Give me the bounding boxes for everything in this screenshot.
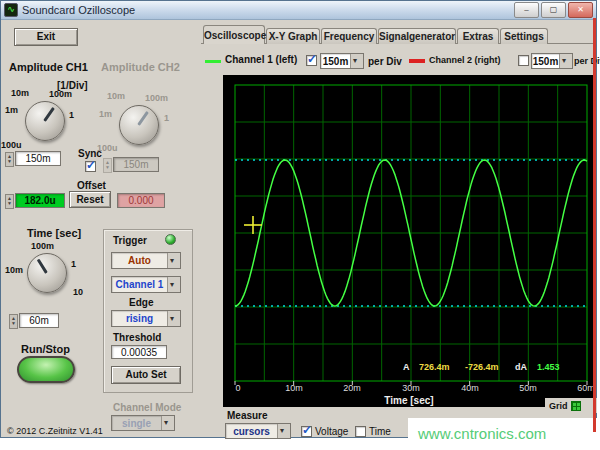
screenshot: Soundcard Ozilloscope – ▢ ✕ Exit Amplitu… <box>0 0 600 450</box>
time-spinner[interactable] <box>9 314 18 329</box>
channel2-color-swatch <box>409 59 425 63</box>
offset-ch1-value[interactable]: 182.0u <box>15 193 65 208</box>
time-knob[interactable] <box>27 253 67 293</box>
ch2-amplitude-value: 150m <box>113 157 159 172</box>
cursor-da-label: dA <box>515 362 527 372</box>
ch1-amplitude-spinner[interactable] <box>5 152 14 167</box>
window-title: Soundcard Ozilloscope <box>22 4 514 16</box>
trigger-title: Trigger <box>113 235 147 246</box>
tab-extras[interactable]: Extras <box>457 28 499 44</box>
channel2-label: Channel 2 (right) <box>429 55 501 65</box>
ch1-amplitude-value[interactable]: 150m <box>15 151 61 166</box>
cursor-a1-value: 726.4m <box>419 362 450 372</box>
ch2-scale-10m: 10m <box>107 91 125 101</box>
watermark-box: www.cntronics.com <box>408 418 600 450</box>
channel1-color-swatch <box>205 60 221 63</box>
tab-signalgenerator[interactable]: Signalgenerator <box>378 28 456 44</box>
time-scale-10: 10 <box>73 287 83 297</box>
measure-label: Measure <box>227 410 268 421</box>
ch2-amplitude-spinner <box>103 158 112 173</box>
threshold-value[interactable]: 0.00035 <box>111 345 167 359</box>
offset-reset-button[interactable]: Reset <box>69 191 111 208</box>
x-tick-10m: 10m <box>281 383 307 393</box>
time-value[interactable]: 60m <box>19 313 59 328</box>
dropdown-arrow-icon <box>559 54 572 68</box>
knob-pointer <box>43 107 55 122</box>
offset-ch2-value: 0.000 <box>117 193 165 208</box>
channel-mode-label: Channel Mode <box>113 402 181 413</box>
run-stop-label: Run/Stop <box>21 343 70 355</box>
time-scale-10m: 10m <box>5 265 23 275</box>
dropdown-arrow-icon <box>167 311 180 326</box>
knob-pointer <box>37 259 48 274</box>
channel1-div-value: 150m <box>321 56 350 67</box>
copyright-text: © 2012 C.Zeitnitz V1.41 <box>7 426 103 436</box>
exit-button[interactable]: Exit <box>14 28 78 46</box>
channel-mode-dropdown: single <box>111 415 175 431</box>
close-button[interactable]: ✕ <box>568 2 593 18</box>
amplitude-ch2-knob <box>119 105 159 145</box>
titlebar: Soundcard Ozilloscope – ▢ ✕ <box>1 1 596 20</box>
amplitude-ch1-knob[interactable] <box>25 101 65 141</box>
channel1-checkbox[interactable] <box>306 55 317 66</box>
channel2-checkbox[interactable] <box>518 55 529 66</box>
x-tick-40m: 40m <box>457 383 483 393</box>
trigger-led <box>165 234 176 245</box>
ch1-scale-100u: 100u <box>1 140 22 150</box>
measure-voltage-label: Voltage <box>315 426 348 437</box>
minimize-button[interactable]: – <box>514 2 539 18</box>
amplitude-ch1-label: Amplitude CH1 <box>9 61 88 73</box>
offset-label: Offset <box>77 180 106 191</box>
dropdown-arrow-icon <box>350 54 363 68</box>
offset-spinner[interactable] <box>5 194 14 209</box>
scope-canvas[interactable] <box>223 75 595 407</box>
per-div-label-2: per Div <box>574 56 600 66</box>
trigger-mode-dropdown[interactable]: Auto <box>111 252 181 269</box>
watermark-text: www.cntronics.com <box>418 425 546 442</box>
ch2-scale-1: 1 <box>164 113 169 123</box>
run-stop-button[interactable] <box>17 356 75 383</box>
dropdown-arrow-icon <box>161 416 174 430</box>
sync-checkbox[interactable] <box>85 161 96 172</box>
measure-time-checkbox[interactable] <box>355 426 366 437</box>
ch1-scale-10m: 10m <box>11 88 29 98</box>
tab-oscilloscope[interactable]: Oscilloscope <box>203 25 265 44</box>
ch2-scale-1m: 1m <box>99 109 112 119</box>
tab-frequency[interactable]: Frequency <box>321 28 377 44</box>
app-icon <box>4 3 18 17</box>
time-label: Time [sec] <box>27 227 81 239</box>
dropdown-arrow-icon <box>167 253 180 268</box>
measure-mode-value: cursors <box>226 426 277 437</box>
cursor-da-value: 1.453 <box>537 362 560 372</box>
ch1-scale-100m: 100m <box>49 89 72 99</box>
threshold-label: Threshold <box>113 332 161 343</box>
channel1-label: Channel 1 (left) <box>225 54 297 65</box>
ch1-scale-1m: 1m <box>5 105 18 115</box>
grid-control[interactable]: Grid <box>545 398 597 413</box>
x-tick-0: 0 <box>225 383 251 393</box>
ch1-scale-1: 1 <box>69 110 74 120</box>
maximize-button[interactable]: ▢ <box>541 2 566 18</box>
knob-pointer <box>137 111 149 126</box>
trigger-source-dropdown[interactable]: Channel 1 <box>111 276 181 293</box>
tab-xy-graph[interactable]: X-Y Graph <box>266 28 320 44</box>
trigger-mode-value: Auto <box>112 255 167 266</box>
oscilloscope-display[interactable]: 0 10m 20m 30m 40m 50m 60m Time [sec] A 7… <box>223 75 595 407</box>
time-scale-100m: 100m <box>31 241 54 251</box>
channel2-div-dropdown[interactable]: 150m <box>531 53 573 69</box>
channel1-div-dropdown[interactable]: 150m <box>320 53 364 69</box>
auto-set-button[interactable]: Auto Set <box>111 366 181 384</box>
trigger-source-value: Channel 1 <box>112 279 167 290</box>
x-tick-20m: 20m <box>339 383 365 393</box>
time-scale-1: 1 <box>71 259 76 269</box>
measure-mode-dropdown[interactable]: cursors <box>225 423 291 439</box>
app-window: Soundcard Ozilloscope – ▢ ✕ Exit Amplitu… <box>0 0 597 438</box>
x-tick-50m: 50m <box>515 383 541 393</box>
trigger-edge-dropdown[interactable]: rising <box>111 310 181 327</box>
x-axis-label: Time [sec] <box>223 395 595 406</box>
dropdown-arrow-icon <box>277 424 290 438</box>
grid-icon <box>571 401 581 411</box>
measure-voltage-checkbox[interactable] <box>301 426 312 437</box>
per-div-label-1: per Div <box>368 56 402 67</box>
tab-settings[interactable]: Settings <box>500 28 548 44</box>
